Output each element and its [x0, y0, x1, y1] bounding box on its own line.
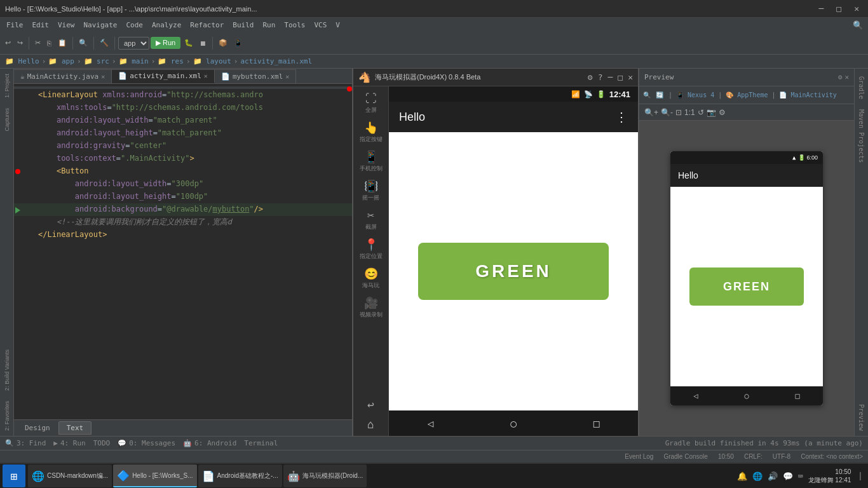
emu-btn-record[interactable]: 🎥 视频录制 — [353, 294, 388, 322]
emulator-close-icon[interactable]: ✕ — [628, 72, 633, 82]
refresh-btn[interactable]: ↺ — [698, 108, 704, 117]
zoom-out-btn[interactable]: 🔍- — [661, 108, 673, 117]
left-tab-build-variants[interactable]: 2: Build Variants — [3, 344, 11, 396]
stop-button[interactable]: ⏹ — [197, 38, 209, 48]
menu-analyze[interactable]: Analyze — [148, 20, 185, 30]
toolbar-undo[interactable]: ↩ — [3, 37, 13, 48]
menu-refactor[interactable]: Refactor — [186, 20, 227, 30]
left-tab-captures[interactable]: Captures — [3, 103, 11, 137]
tab-mainactivity-close[interactable]: ✕ — [101, 73, 105, 80]
breadcrumb-hello[interactable]: 📁 Hello — [5, 57, 39, 65]
emu-btn-haima[interactable]: 😊 海马玩 — [353, 264, 388, 292]
emu-btn-back[interactable]: ↩ — [353, 395, 388, 414]
emu-btn-shake[interactable]: 📳 摇一摇 — [353, 177, 388, 205]
emu-btn-phone-ctrl[interactable]: 📱 手机控制 — [353, 147, 388, 175]
toolbar-build[interactable]: 🔨 — [97, 37, 111, 48]
tab-mainactivity[interactable]: ☕ MainActivity.java ✕ — [14, 69, 112, 83]
maximize-button[interactable]: □ — [832, 3, 845, 15]
left-tab-project[interactable]: 1: Project — [3, 69, 11, 103]
preview-close-icon[interactable]: ✕ — [844, 73, 849, 81]
run-button[interactable]: ▶ Run — [151, 37, 180, 49]
preview-theme-label[interactable]: 🎨 AppTheme — [726, 92, 768, 98]
taskbar-emulator[interactable]: 🤖 海马玩模拟器(Droid... — [283, 464, 367, 487]
volume-icon[interactable]: 🔊 — [768, 471, 778, 481]
zoom-in-btn[interactable]: 🔍+ — [644, 108, 658, 117]
emulator-settings-icon[interactable]: ⚙ — [588, 72, 593, 82]
input-icon[interactable]: ⌨ — [798, 471, 803, 481]
event-log-btn[interactable]: Event Log — [625, 453, 653, 460]
preview-side-tab[interactable]: Preview — [857, 399, 866, 436]
breadcrumb-src[interactable]: 📁 src — [84, 57, 110, 65]
tab-mybutton-close[interactable]: ✕ — [285, 73, 289, 80]
status-terminal[interactable]: Terminal — [244, 439, 278, 447]
preview-nav-recent[interactable]: □ — [795, 391, 799, 400]
zoom-fit-btn[interactable]: ⊡ — [675, 108, 682, 117]
preview-activity-label[interactable]: 📄 MainActivity — [779, 92, 836, 98]
tab-activity-main[interactable]: 📄 activity_main.xml ✕ — [112, 69, 215, 83]
preview-nav-back[interactable]: ◁ — [693, 391, 698, 400]
menu-file[interactable]: File — [3, 20, 27, 30]
preview-zoom-in[interactable]: 🔍 — [642, 90, 652, 100]
emulator-help-icon[interactable]: ? — [598, 72, 603, 82]
menu-view[interactable]: View — [54, 20, 79, 30]
status-find[interactable]: 🔍 3: Find — [5, 439, 46, 447]
breadcrumb-app[interactable]: 📁 app — [48, 57, 74, 65]
menu-vcs[interactable]: VCS — [310, 20, 330, 30]
status-todo[interactable]: TODO — [93, 439, 111, 447]
menu-run[interactable]: Run — [259, 20, 279, 30]
breadcrumb-main[interactable]: 📁 main — [119, 57, 149, 65]
toolbar-paste[interactable]: 📋 — [55, 37, 69, 48]
sdk-manager[interactable]: 📦 — [216, 37, 230, 48]
avd-manager[interactable]: 📱 — [231, 37, 245, 48]
menu-build[interactable]: Build — [229, 20, 257, 30]
status-run[interactable]: ▶ 4: Run — [53, 439, 85, 447]
close-button[interactable]: ✕ — [850, 3, 863, 15]
ime-icon[interactable]: 💬 — [783, 471, 793, 481]
nav-recent-icon[interactable]: □ — [593, 417, 600, 430]
green-button[interactable]: GREEN — [418, 243, 609, 300]
preview-device-label[interactable]: 📱 Nexus 4 — [676, 92, 714, 98]
taskbar-android-studio[interactable]: 🔷 Hello - [E:\Works_S... — [113, 464, 196, 487]
menu-tools[interactable]: Tools — [280, 20, 309, 30]
breadcrumb-layout[interactable]: 📁 layout — [193, 57, 231, 65]
preview-settings-icon[interactable]: ⚙ — [838, 73, 843, 81]
preview-rotate[interactable]: 🔄 — [654, 90, 665, 100]
minimize-button[interactable]: ─ — [815, 3, 828, 15]
nav-back-icon[interactable]: ◁ — [428, 417, 434, 430]
gradle-tab[interactable]: Gradle — [857, 71, 866, 104]
notification-icon[interactable]: 🔔 — [737, 471, 747, 481]
start-button[interactable]: ⊞ — [3, 464, 25, 487]
emulator-restore-icon[interactable]: □ — [618, 72, 623, 82]
emu-btn-keys[interactable]: 👆 指定按键 — [353, 118, 388, 146]
breadcrumb-res[interactable]: 📁 res — [158, 57, 184, 65]
preview-green-button[interactable]: GREEN — [689, 268, 804, 306]
tab-activity-close[interactable]: ✕ — [204, 72, 208, 79]
menu-edit[interactable]: Edit — [29, 20, 53, 30]
design-tab[interactable]: Design — [17, 421, 58, 435]
status-messages[interactable]: 💬 0: Messages — [118, 439, 175, 447]
menu-navigate[interactable]: Navigate — [80, 20, 121, 30]
left-tab-favorites[interactable]: 2: Favorites — [3, 396, 11, 436]
gradle-console-btn[interactable]: Gradle Console — [663, 453, 707, 460]
toolbar-copy[interactable]: ⎘ — [44, 38, 54, 48]
taskbar-csdn[interactable]: 🌐 CSDN-markdown编... — [28, 464, 112, 487]
camera-btn[interactable]: 📷 — [707, 108, 716, 117]
network-icon[interactable]: 🌐 — [752, 471, 763, 481]
show-desktop-button[interactable]: ▕ — [856, 472, 860, 480]
toolbar-redo[interactable]: ↪ — [15, 37, 25, 48]
emulator-minimize-icon[interactable]: ─ — [608, 72, 613, 82]
taskbar-tutorial[interactable]: 📄 Android基础教程之-... — [198, 464, 282, 487]
global-search-icon[interactable]: 🔍 — [850, 19, 865, 31]
emu-btn-fullscreen[interactable]: ⛶ 全屏 — [353, 89, 388, 117]
debug-button[interactable]: 🐛 — [182, 37, 196, 48]
menu-v[interactable]: V — [332, 20, 344, 30]
preview-nav-home[interactable]: ○ — [744, 391, 749, 400]
app-selector[interactable]: app — [118, 37, 149, 50]
toolbar-cut[interactable]: ✂ — [32, 37, 43, 48]
tab-mybutton[interactable]: 📄 mybutton.xml ✕ — [215, 69, 297, 83]
menu-code[interactable]: Code — [122, 20, 147, 30]
nav-home-icon[interactable]: ○ — [510, 417, 517, 430]
toolbar-find[interactable]: 🔍 — [76, 37, 90, 48]
breadcrumb-file[interactable]: activity_main.xml — [240, 57, 312, 65]
emu-btn-screenshot[interactable]: ✂ 截屏 — [353, 206, 388, 234]
